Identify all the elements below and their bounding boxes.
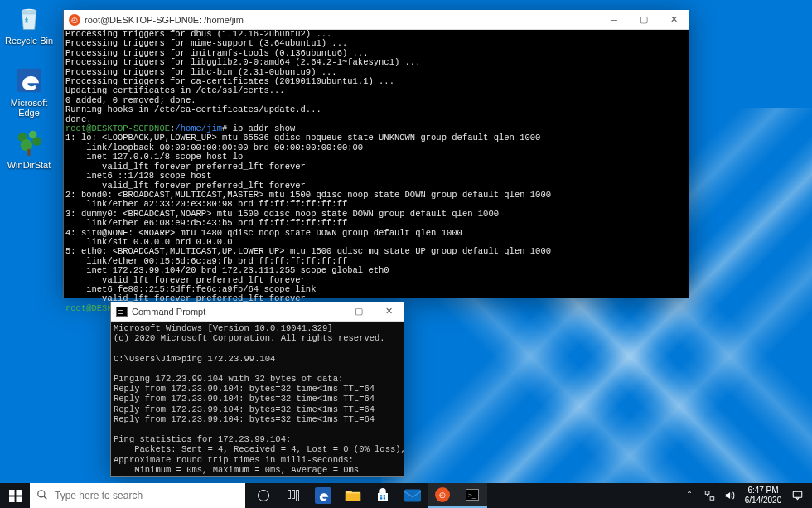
cmd-icon: >_ [466, 489, 479, 501]
taskbar-app-edge[interactable] [308, 483, 338, 508]
network-icon [703, 490, 716, 501]
tray-overflow-button[interactable]: ˄ [679, 490, 699, 501]
svg-line-12 [44, 496, 47, 499]
svg-rect-16 [380, 497, 382, 499]
svg-rect-15 [384, 495, 385, 496]
svg-rect-7 [9, 490, 15, 496]
minimize-button[interactable]: ─ [599, 10, 629, 29]
svg-rect-19 [705, 491, 709, 495]
ubuntu-terminal-output[interactable]: Processing triggers for dbus (1.12.16-2u… [64, 30, 689, 313]
tray-volume-button[interactable] [719, 490, 739, 501]
cmd-window-title: Command Prompt [132, 307, 314, 317]
ubuntu-icon: ◴ [435, 487, 450, 502]
store-icon [375, 488, 391, 503]
svg-rect-18 [404, 490, 421, 502]
close-button[interactable]: ✕ [659, 10, 689, 29]
tray-network-button[interactable] [699, 490, 719, 501]
minimize-button[interactable]: ─ [314, 302, 344, 321]
mail-icon [404, 489, 421, 502]
cmd-output[interactable]: Microsoft Windows [Version 10.0.19041.32… [111, 322, 404, 496]
folder-icon [345, 488, 361, 503]
ubuntu-terminal-window[interactable]: ◴ root@DESKTOP-SGFDN0E: /home/jim ─ ▢ ✕ … [63, 10, 689, 298]
desktop-icon-windirstat[interactable]: WinDirStat [4, 127, 54, 170]
ubuntu-icon: ◴ [69, 14, 80, 26]
desktop-icon-ms-edge[interactable]: Microsoft Edge [4, 65, 54, 118]
svg-rect-6 [27, 149, 30, 156]
notification-icon [791, 490, 804, 501]
svg-point-11 [38, 490, 45, 496]
system-tray: ˄ 6:47 PM 6/14/2020 [679, 483, 812, 508]
desktop-icon-label: Recycle Bin [5, 36, 53, 46]
cmd-icon [116, 307, 128, 317]
start-button[interactable] [0, 483, 30, 508]
desktop-icon-label: Microsoft Edge [11, 98, 48, 118]
ubuntu-titlebar[interactable]: ◴ root@DESKTOP-SGFDN0E: /home/jim ─ ▢ ✕ [64, 10, 689, 30]
action-center-button[interactable] [787, 490, 807, 501]
svg-rect-8 [16, 490, 22, 496]
taskbar-app-store[interactable] [368, 483, 398, 508]
taskbar-app-mail[interactable] [398, 483, 428, 508]
clock-date: 6/14/2020 [745, 496, 782, 506]
chevron-up-icon: ˄ [687, 490, 692, 501]
edge-icon [13, 65, 45, 96]
recycle-bin-icon [13, 2, 45, 34]
svg-rect-14 [380, 495, 382, 496]
clock-time: 6:47 PM [747, 486, 778, 496]
ubuntu-window-title: root@DESKTOP-SGFDN0E: /home/jim [85, 15, 599, 25]
search-input[interactable] [55, 490, 239, 501]
close-button[interactable]: ✕ [374, 302, 404, 321]
maximize-button[interactable]: ▢ [344, 302, 374, 321]
maximize-button[interactable]: ▢ [629, 10, 659, 29]
edge-icon [315, 487, 331, 504]
svg-point-4 [32, 137, 41, 146]
svg-rect-9 [9, 496, 15, 502]
desktop-icon-label: WinDirStat [7, 160, 51, 170]
svg-point-5 [21, 139, 32, 151]
svg-rect-21 [793, 491, 802, 497]
task-view-button[interactable] [278, 483, 308, 508]
taskbar-app-cmd[interactable]: >_ [457, 483, 487, 508]
taskbar-app-explorer[interactable] [338, 483, 368, 508]
taskbar-app-ubuntu[interactable]: ◴ [428, 483, 457, 508]
cortana-button[interactable] [249, 483, 278, 508]
task-view-icon [288, 490, 299, 501]
windows-icon [9, 490, 22, 502]
taskbar-search[interactable] [30, 483, 245, 508]
command-prompt-window[interactable]: Command Prompt ─ ▢ ✕ Microsoft Windows [… [110, 302, 404, 477]
taskbar-clock[interactable]: 6:47 PM 6/14/2020 [739, 486, 787, 506]
svg-rect-20 [710, 497, 714, 501]
search-icon [36, 489, 48, 503]
volume-icon [723, 490, 736, 501]
svg-rect-17 [384, 497, 385, 499]
cmd-titlebar[interactable]: Command Prompt ─ ▢ ✕ [111, 302, 404, 322]
desktop-icon-recycle-bin[interactable]: Recycle Bin [4, 2, 54, 46]
taskbar: ◴ >_ ˄ 6:47 PM 6/14/2020 [0, 483, 812, 508]
svg-rect-10 [16, 496, 22, 502]
cortana-icon [258, 490, 269, 501]
windirstat-icon [13, 127, 45, 158]
